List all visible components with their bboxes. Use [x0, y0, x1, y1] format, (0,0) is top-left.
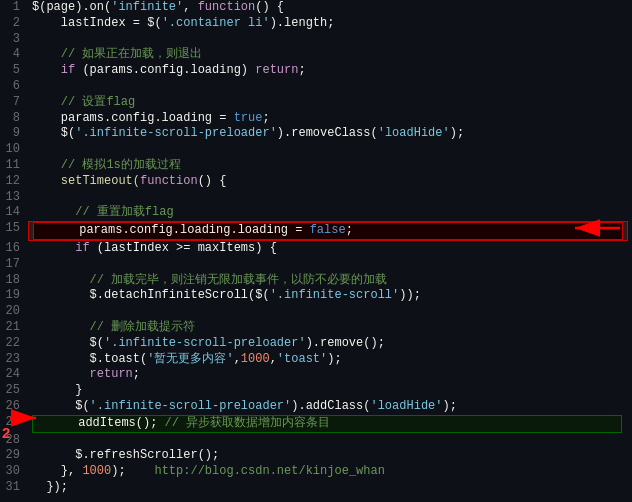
line-number: 20: [0, 304, 28, 320]
line-code: $('.infinite-scroll-preloader').removeCl…: [28, 126, 632, 142]
table-row: 28: [0, 433, 632, 449]
line-number: 4: [0, 47, 28, 63]
table-row: 6: [0, 79, 632, 95]
line-number: 15: [0, 221, 28, 241]
line-number: 11: [0, 158, 28, 174]
line-number: 6: [0, 79, 28, 95]
line-code: // 模拟1s的加载过程: [28, 158, 632, 174]
line-number: 19: [0, 288, 28, 304]
table-row: 4 // 如果正在加载，则退出: [0, 47, 632, 63]
line-code: setTimeout(function() {: [28, 174, 632, 190]
line-code: lastIndex = $('.container li').length;: [28, 16, 632, 32]
line-number: 1: [0, 0, 28, 16]
line-number: 9: [0, 126, 28, 142]
table-row: 19 $.detachInfiniteScroll($('.infinite-s…: [0, 288, 632, 304]
table-row: 31 });: [0, 480, 632, 496]
table-row: 26 $('.infinite-scroll-preloader').addCl…: [0, 399, 632, 415]
table-row: 13: [0, 190, 632, 206]
table-row: 20: [0, 304, 632, 320]
code-editor: 1$(page).on('infinite', function() {2 la…: [0, 0, 632, 502]
table-row: 24 return;: [0, 367, 632, 383]
line-code: if (params.config.loading) return;: [28, 63, 632, 79]
table-row: 15 params.config.loading.loading = false…: [0, 221, 632, 241]
line-code: });: [28, 480, 632, 496]
table-row: 14 // 重置加载flag: [0, 205, 632, 221]
line-number: 26: [0, 399, 28, 415]
line-code: $.detachInfiniteScroll($('.infinite-scro…: [28, 288, 632, 304]
code-lines: 1$(page).on('infinite', function() {2 la…: [0, 0, 632, 496]
line-code: [28, 190, 632, 206]
table-row: 1$(page).on('infinite', function() {: [0, 0, 632, 16]
line-code: // 删除加载提示符: [28, 320, 632, 336]
table-row: 18 // 加载完毕，则注销无限加载事件，以防不必要的加载: [0, 273, 632, 289]
line-code: return;: [28, 367, 632, 383]
line-number: 27: [0, 415, 28, 433]
line-number: 10: [0, 142, 28, 158]
line-code: params.config.loading = true;: [28, 111, 632, 127]
line-code: addItems(); // 异步获取数据增加内容条目: [28, 415, 632, 433]
table-row: 22 $('.infinite-scroll-preloader').remov…: [0, 336, 632, 352]
line-code: }, 1000); http://blog.csdn.net/kinjoe_wh…: [28, 464, 632, 480]
line-number: 5: [0, 63, 28, 79]
line-number: 2: [0, 16, 28, 32]
line-code: // 如果正在加载，则退出: [28, 47, 632, 63]
table-row: 12 setTimeout(function() {: [0, 174, 632, 190]
line-number: 8: [0, 111, 28, 127]
line-number: 22: [0, 336, 28, 352]
line-code: $('.infinite-scroll-preloader').remove()…: [28, 336, 632, 352]
line-code: }: [28, 383, 632, 399]
line-number: 17: [0, 257, 28, 273]
table-row: 17: [0, 257, 632, 273]
line-code: [28, 257, 632, 273]
line-code: params.config.loading.loading = false;: [28, 221, 628, 241]
line-code: $.refreshScroller();: [28, 448, 632, 464]
line-number: 24: [0, 367, 28, 383]
table-row: 30 }, 1000); http://blog.csdn.net/kinjoe…: [0, 464, 632, 480]
table-row: 25 }: [0, 383, 632, 399]
line-code: $(page).on('infinite', function() {: [28, 0, 632, 16]
table-row: 10: [0, 142, 632, 158]
line-number: 25: [0, 383, 28, 399]
line-code: $('.infinite-scroll-preloader').addClass…: [28, 399, 632, 415]
line-code: // 加载完毕，则注销无限加载事件，以防不必要的加载: [28, 273, 632, 289]
line-number: 30: [0, 464, 28, 480]
line-number: 18: [0, 273, 28, 289]
table-row: 8 params.config.loading = true;: [0, 111, 632, 127]
line-code: if (lastIndex >= maxItems) {: [28, 241, 632, 257]
line-code: [28, 79, 632, 95]
line-code: // 设置flag: [28, 95, 632, 111]
line-number: 28: [0, 433, 28, 449]
table-row: 27 addItems(); // 异步获取数据增加内容条目: [0, 415, 632, 433]
table-row: 5 if (params.config.loading) return;: [0, 63, 632, 79]
line-code: [28, 304, 632, 320]
line-number: 14: [0, 205, 28, 221]
table-row: 21 // 删除加载提示符: [0, 320, 632, 336]
table-row: 11 // 模拟1s的加载过程: [0, 158, 632, 174]
table-row: 29 $.refreshScroller();: [0, 448, 632, 464]
line-code: [28, 433, 632, 449]
table-row: 7 // 设置flag: [0, 95, 632, 111]
line-code: // 重置加载flag: [28, 205, 632, 221]
line-number: 12: [0, 174, 28, 190]
line-code: [28, 142, 632, 158]
line-number: 23: [0, 352, 28, 368]
line-number: 7: [0, 95, 28, 111]
table-row: 23 $.toast('暂无更多内容',1000,'toast');: [0, 352, 632, 368]
line-number: 3: [0, 32, 28, 48]
line-code: [28, 32, 632, 48]
line-number: 29: [0, 448, 28, 464]
line-number: 13: [0, 190, 28, 206]
line-number: 21: [0, 320, 28, 336]
table-row: 16 if (lastIndex >= maxItems) {: [0, 241, 632, 257]
line-number: 31: [0, 480, 28, 496]
table-row: 9 $('.infinite-scroll-preloader').remove…: [0, 126, 632, 142]
table-row: 3: [0, 32, 632, 48]
line-number: 16: [0, 241, 28, 257]
line-code: $.toast('暂无更多内容',1000,'toast');: [28, 352, 632, 368]
table-row: 2 lastIndex = $('.container li').length;: [0, 16, 632, 32]
